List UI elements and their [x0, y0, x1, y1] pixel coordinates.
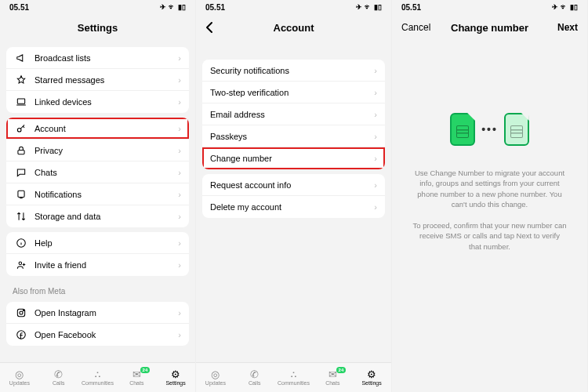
chat-icon	[14, 167, 28, 178]
status-bar: 05.51 ✈︎ ᯤ ▮▯	[196, 0, 391, 14]
row-label: Help	[34, 238, 178, 248]
chevron-right-icon: ›	[178, 124, 181, 133]
chevron-right-icon: ›	[178, 212, 181, 221]
row-open-facebook[interactable]: Open Facebook›	[6, 324, 189, 346]
status-time: 05.51	[401, 3, 421, 12]
row-security-notifications[interactable]: Security notifications›	[202, 60, 385, 82]
sim-new-icon	[504, 113, 529, 146]
nav-bar: Account	[196, 14, 391, 41]
row-chats[interactable]: Chats›	[6, 162, 189, 183]
row-request-account-info[interactable]: Request account info›	[202, 174, 385, 196]
tab-settings[interactable]: ⚙Settings	[355, 369, 388, 386]
tab-chats[interactable]: ✉Chats24	[316, 369, 349, 386]
chevron-right-icon: ›	[178, 53, 181, 63]
screen-change-number: 05.51 ✈︎ ᯤ ▮▯ Cancel Change number Next …	[392, 0, 588, 392]
chevron-right-icon: ›	[374, 202, 377, 212]
content: ••• Use Change Number to migrate your ac…	[392, 41, 587, 392]
row-linked-devices[interactable]: Linked devices›	[6, 91, 189, 113]
svg-point-9	[17, 331, 26, 339]
row-privacy[interactable]: Privacy›	[6, 140, 189, 162]
row-label: Request account info	[210, 180, 374, 190]
chevron-right-icon: ›	[178, 168, 181, 177]
content: Security notifications›Two-step verifica…	[196, 41, 391, 362]
svg-rect-2	[18, 150, 24, 154]
facebook-icon	[14, 329, 28, 340]
chevron-right-icon: ›	[178, 260, 181, 270]
cancel-button[interactable]: Cancel	[392, 14, 440, 41]
tab-updates[interactable]: ◎Updates	[3, 369, 36, 386]
group-help: Help›Invite a friend›	[6, 232, 189, 276]
row-help[interactable]: Help›	[6, 232, 189, 254]
person-icon	[14, 260, 28, 270]
row-label: Linked devices	[34, 97, 178, 107]
chevron-right-icon: ›	[178, 75, 181, 85]
status-time: 05.51	[9, 3, 29, 12]
row-email-address[interactable]: Email address›	[202, 103, 385, 125]
status-icons: ✈︎ ᯤ ▮▯	[160, 3, 186, 11]
row-label: Notifications	[34, 190, 178, 199]
svg-point-8	[23, 310, 24, 310]
status-time: 05.51	[205, 3, 225, 12]
svg-point-5	[19, 262, 22, 265]
info-text-1: Use Change Number to migrate your accoun…	[408, 168, 572, 209]
row-notifications[interactable]: Notifications›	[6, 183, 189, 205]
tab-label: Updates	[205, 380, 226, 386]
svg-rect-3	[18, 191, 24, 197]
tab-label: Settings	[361, 380, 381, 386]
calls-tab-icon: ✆	[54, 369, 63, 379]
status-icons: ✈︎ ᯤ ▮▯	[356, 3, 382, 11]
row-invite-a-friend[interactable]: Invite a friend›	[6, 254, 189, 276]
wifi-icon: ᯤ	[169, 3, 176, 11]
status-bar: 05.51 ✈︎ ᯤ ▮▯	[392, 0, 587, 14]
nav-bar: Settings	[0, 14, 195, 41]
row-label: Starred messages	[34, 75, 178, 85]
status-icons: ✈︎ ᯤ ▮▯	[552, 3, 578, 11]
group-broadcast: Broadcast lists›Starred messages›Linked …	[6, 47, 189, 113]
group-security: Security notifications›Two-step verifica…	[202, 60, 385, 169]
row-two-step-verification[interactable]: Two-step verification›	[202, 82, 385, 103]
row-storage-and-data[interactable]: Storage and data›	[6, 205, 189, 227]
row-label: Two-step verification	[210, 88, 374, 97]
wifi-icon: ᯤ	[561, 3, 568, 11]
page-title: Change number	[451, 22, 528, 34]
next-button[interactable]: Next	[548, 14, 587, 41]
row-change-number[interactable]: Change number›	[202, 147, 385, 169]
tab-updates[interactable]: ◎Updates	[199, 369, 232, 386]
tab-bar: ◎Updates✆Calls⛬Communities✉Chats24⚙Setti…	[0, 362, 195, 392]
updates-tab-icon: ◎	[211, 369, 220, 379]
row-label: Email address	[210, 110, 374, 119]
communities-tab-icon: ⛬	[289, 369, 299, 379]
tab-label: Settings	[165, 380, 185, 386]
sim-illustration: ••• Use Change Number to migrate your ac…	[392, 42, 587, 263]
page-title: Account	[274, 22, 314, 34]
row-passkeys[interactable]: Passkeys›	[202, 125, 385, 147]
row-label: Account	[34, 124, 178, 133]
chevron-right-icon: ›	[374, 132, 377, 141]
tab-settings[interactable]: ⚙Settings	[159, 369, 192, 386]
row-label: Open Facebook	[34, 330, 178, 339]
tab-calls[interactable]: ✆Calls	[238, 369, 271, 386]
chevron-right-icon: ›	[374, 180, 377, 190]
row-broadcast-lists[interactable]: Broadcast lists›	[6, 47, 189, 69]
tab-communities[interactable]: ⛬Communities	[277, 369, 310, 386]
communities-tab-icon: ⛬	[93, 369, 103, 379]
tab-communities[interactable]: ⛬Communities	[81, 369, 114, 386]
row-delete-my-account[interactable]: Delete my account›	[202, 196, 385, 218]
row-label: Open Instagram	[34, 308, 178, 318]
settings-tab-icon: ⚙	[171, 369, 180, 379]
tab-chats[interactable]: ✉Chats24	[120, 369, 153, 386]
chevron-left-icon	[205, 21, 213, 34]
airplane-icon: ✈︎	[356, 3, 362, 11]
row-open-instagram[interactable]: Open Instagram›	[6, 302, 189, 324]
nav-bar: Cancel Change number Next	[392, 14, 587, 41]
content: Broadcast lists›Starred messages›Linked …	[0, 41, 195, 362]
row-starred-messages[interactable]: Starred messages›	[6, 69, 189, 91]
tab-calls[interactable]: ✆Calls	[42, 369, 75, 386]
section-meta-label: Also from Meta	[0, 281, 195, 297]
airplane-icon: ✈︎	[160, 3, 166, 11]
settings-tab-icon: ⚙	[367, 369, 376, 379]
back-button[interactable]	[196, 14, 223, 41]
row-account[interactable]: Account›	[6, 118, 189, 140]
group-account: Account›Privacy›Chats›Notifications›Stor…	[6, 118, 189, 227]
row-label: Invite a friend	[34, 260, 178, 270]
